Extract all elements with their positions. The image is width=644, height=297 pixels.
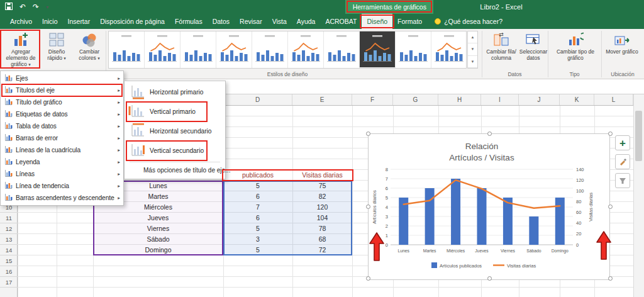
submenu-item-vertical-primario[interactable]: Vertical primario <box>125 102 225 121</box>
menu-item-lineas[interactable]: Líneas▸ <box>1 168 123 180</box>
embedded-chart[interactable]: RelaciónArtículos / Visitas0123456780204… <box>368 133 610 280</box>
column-header-J[interactable]: J <box>519 94 560 105</box>
column-header-G[interactable]: G <box>393 94 438 105</box>
svg-text:4: 4 <box>386 205 388 210</box>
chart-selection-handle[interactable] <box>487 132 492 136</box>
menu-item-barras-de-error[interactable]: Barras de error▸ <box>1 132 123 144</box>
group-label-datos: Datos <box>483 71 547 77</box>
menu-item-label: Leyenda <box>16 159 114 165</box>
menu-item-etiquetas-de-datos[interactable]: Etiquetas de datos▸ <box>1 108 123 120</box>
menu-item-leyenda[interactable]: Leyenda▸ <box>1 156 123 168</box>
chart-style-thumbnail-9[interactable] <box>396 31 431 68</box>
column-header-F[interactable]: F <box>352 94 393 105</box>
row-header-14[interactable]: 14 <box>0 245 18 255</box>
tab-disposicion-de-pagina[interactable]: Disposición de página <box>95 14 170 29</box>
data-table-icon <box>4 121 13 131</box>
chart-style-thumbnail-3[interactable] <box>180 31 216 68</box>
tab-revisar[interactable]: Revisar <box>235 14 267 29</box>
scrollbar-thumb[interactable] <box>635 111 642 161</box>
qat-customize-caret-icon[interactable]: ▾ <box>46 4 48 10</box>
tab-datos[interactable]: Datos <box>208 14 235 29</box>
column-header-I[interactable]: I <box>481 94 519 105</box>
chart-style-thumbnail-1[interactable] <box>109 31 145 68</box>
svg-text:7: 7 <box>386 176 388 182</box>
column-header-E[interactable]: E <box>292 94 352 105</box>
row-header-15[interactable]: 15 <box>0 255 18 266</box>
chart-selection-handle[interactable] <box>366 205 370 209</box>
chart-styles-button[interactable] <box>615 154 630 169</box>
plus-icon: + <box>619 138 626 148</box>
submenu-item-horizontal-primario[interactable]: Horizontal primario <box>125 82 225 102</box>
row-header-13[interactable]: 13 <box>0 234 18 245</box>
switch-row-column-button[interactable]: ⇄ Cambiar fila/ columna <box>484 31 518 76</box>
change-chart-type-button[interactable]: Cambiar tipo de gráfico <box>551 31 600 76</box>
chart-style-thumbnail-5[interactable] <box>252 31 288 68</box>
contextual-tab-label: Herramientas de gráficos <box>353 3 426 11</box>
tab-acrobat[interactable]: ACROBAT <box>320 14 362 29</box>
menu-item-titulos-del-eje[interactable]: Títulos del eje▸ <box>1 84 123 96</box>
undo-icon[interactable]: ↶ <box>19 3 26 11</box>
gallery-more-icon[interactable]: ▼ <box>468 56 477 68</box>
tab-ayuda[interactable]: Ayuda <box>292 14 321 29</box>
change-chart-type-icon <box>567 31 584 48</box>
chart-selection-handle[interactable] <box>608 132 613 136</box>
select-data-button[interactable]: Seleccionar datos <box>519 31 547 76</box>
row-header-12[interactable]: 12 <box>0 223 18 234</box>
chart-style-thumbnail-8[interactable] <box>360 31 396 68</box>
chart-style-thumbnail-10[interactable] <box>431 31 467 68</box>
chart-style-thumbnail-7[interactable] <box>324 31 360 68</box>
menu-item-barras-ascendentes-y-descendentes[interactable]: Barras ascendentes y descendentes▸ <box>1 192 123 204</box>
chart-selection-handle[interactable] <box>487 276 492 281</box>
column-header-L[interactable]: L <box>594 94 633 105</box>
chart-selection-handle[interactable] <box>366 276 370 281</box>
gallery-down-icon[interactable]: ▼ <box>468 43 477 55</box>
chart-style-thumbnail-4[interactable] <box>216 31 252 68</box>
row-header-11[interactable]: 11 <box>0 213 18 223</box>
svg-text:140: 140 <box>576 167 584 172</box>
svg-text:3: 3 <box>386 214 388 220</box>
tab-vista[interactable]: Vista <box>267 14 292 29</box>
tab-inicio[interactable]: Inicio <box>37 14 63 29</box>
menu-item-label: Título del gráfico <box>16 99 114 106</box>
submenu-item-horizontal-secundario[interactable]: Horizontal secundario <box>125 121 225 141</box>
gallery-up-icon[interactable]: ▲ <box>468 31 477 43</box>
menu-item-ejes[interactable]: Ejes▸ <box>1 72 123 84</box>
change-colors-button[interactable]: Cambiar colores ▾ <box>74 31 104 76</box>
chart-style-thumbnail-2[interactable] <box>145 31 180 68</box>
table-header-publicados[interactable]: publicados <box>223 170 292 181</box>
change-chart-type-label: Cambiar tipo de gráfico <box>551 48 600 61</box>
tab-formulas[interactable]: Fórmulas <box>170 14 208 29</box>
row-header-16[interactable]: 16 <box>0 266 18 277</box>
dropdown-caret-icon: ▾ <box>28 62 31 67</box>
tab-insertar[interactable]: Insertar <box>63 14 96 29</box>
chart-filters-button[interactable] <box>615 173 630 188</box>
chart-style-thumbnail-6[interactable] <box>288 31 324 68</box>
chart-selection-handle[interactable] <box>608 276 613 281</box>
row-header-17[interactable]: 17 <box>0 277 18 288</box>
move-chart-button[interactable]: Mover gráfico <box>602 31 641 76</box>
ribbon-tab-row: ArchivoInicioInsertarDisposición de pági… <box>0 14 644 29</box>
tab-archivo[interactable]: Archivo <box>5 14 37 29</box>
save-icon[interactable] <box>5 3 13 11</box>
vertical-scrollbar[interactable] <box>633 94 644 297</box>
redo-icon[interactable]: ↷ <box>33 3 39 11</box>
chart-selection-handle[interactable] <box>608 205 613 209</box>
menu-item-lineas-de-la-cuadricula[interactable]: Líneas de la cuadrícula▸ <box>1 144 123 156</box>
tab-diseno[interactable]: Diseño <box>362 14 392 29</box>
chart-selection-handle[interactable] <box>366 132 370 136</box>
table-header-visitas[interactable]: Visitas diarias <box>292 170 352 181</box>
menu-item-linea-de-tendencia[interactable]: Línea de tendencia▸ <box>1 180 123 192</box>
tell-me-box[interactable]: ¿Qué desea hacer? <box>435 14 502 29</box>
menu-item-titulo-del-grafico[interactable]: Título del gráfico▸ <box>1 96 123 108</box>
chart-elements-button[interactable]: + <box>615 135 630 150</box>
add-chart-element-button[interactable]: Agregar elemento de gráfico ▾ <box>1 31 40 76</box>
more-axis-title-options[interactable]: Más opciones de título de eje... <box>125 164 225 177</box>
vertical-secondary-icon <box>128 143 145 159</box>
column-header-K[interactable]: K <box>560 94 594 105</box>
tab-formato[interactable]: Formato <box>392 14 427 29</box>
column-header-D[interactable]: D <box>223 94 292 105</box>
submenu-item-vertical-secundario[interactable]: Vertical secundario <box>125 141 225 160</box>
quick-layout-button[interactable]: Diseño rápido ▾ <box>42 31 72 76</box>
column-header-H[interactable]: H <box>438 94 481 105</box>
menu-item-tabla-de-datos[interactable]: Tabla de datos▸ <box>1 120 123 132</box>
